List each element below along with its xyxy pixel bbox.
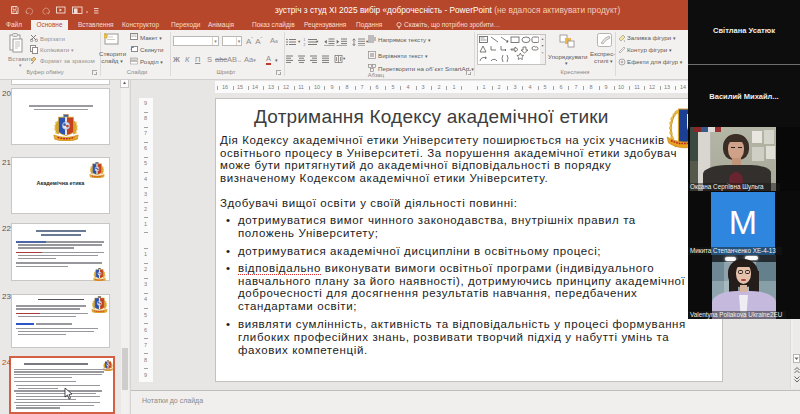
svg-text:2: 2 <box>304 43 306 46</box>
svg-text:1: 1 <box>304 38 306 42</box>
